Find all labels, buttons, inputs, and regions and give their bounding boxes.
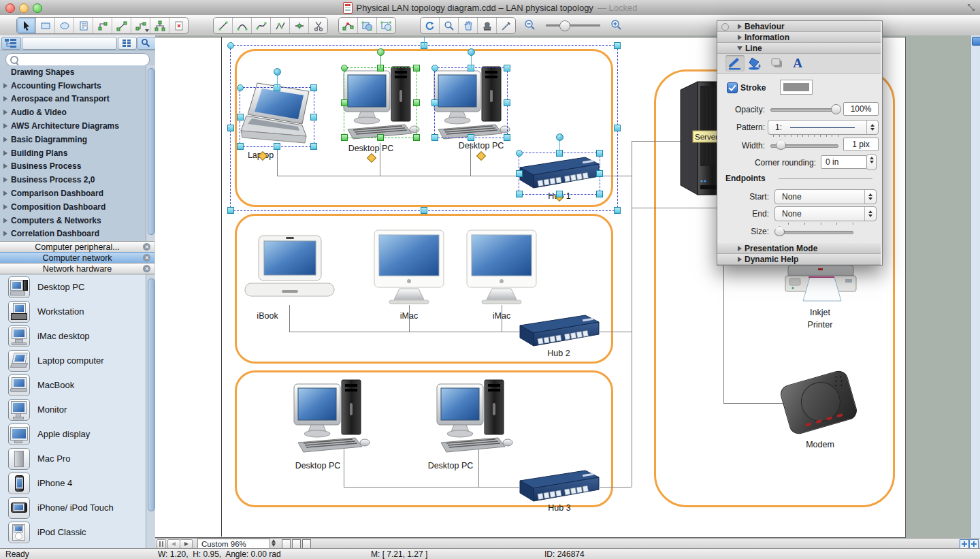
- opacity-slider-thumb[interactable]: [831, 104, 841, 114]
- hub-selection-box[interactable]: [519, 153, 600, 195]
- selection-handle[interactable]: [237, 84, 244, 91]
- tab-computer-peripheral[interactable]: Computer peripheral...: [0, 241, 154, 253]
- connector-line[interactable]: [632, 141, 682, 142]
- expand-arrow-icon[interactable]: [3, 191, 7, 196]
- selection-handle[interactable]: [227, 125, 234, 131]
- node-label[interactable]: iMac: [464, 311, 539, 321]
- scissors-tool[interactable]: [309, 18, 327, 33]
- scroll-button-icon[interactable]: [972, 37, 980, 46]
- section-line[interactable]: Line: [717, 43, 881, 54]
- node-label[interactable]: Modem: [783, 440, 858, 449]
- shape-item-iphone-4[interactable]: iPhone 4: [0, 470, 155, 495]
- node-label[interactable]: iBook: [230, 311, 305, 321]
- selection-handle[interactable]: [431, 99, 438, 106]
- shape-item-apple-display[interactable]: Apple display: [0, 421, 155, 446]
- close-tab-icon[interactable]: [143, 254, 150, 261]
- select-tool[interactable]: [17, 18, 36, 33]
- polyline-tool[interactable]: [271, 18, 290, 33]
- smart-connector-tool[interactable]: [131, 18, 150, 33]
- zoom-out-icon[interactable]: [524, 19, 536, 31]
- expand-arrow-icon[interactable]: [3, 204, 7, 210]
- library-item[interactable]: Correlation Dashboard: [0, 227, 155, 241]
- node-label[interactable]: iMac: [372, 311, 446, 321]
- library-item[interactable]: Computers & Networks: [0, 214, 155, 227]
- shape-item-laptop-computer[interactable]: Laptop computer: [0, 348, 155, 372]
- next-page-button[interactable]: [180, 539, 193, 549]
- library-scrollbar[interactable]: [146, 65, 155, 241]
- rotation-handle[interactable]: [556, 133, 564, 141]
- shape-item-monitor[interactable]: Monitor: [0, 397, 155, 421]
- page-overview-icon[interactable]: [969, 539, 979, 549]
- section-information[interactable]: Information: [717, 32, 881, 43]
- collapsed-arrow-icon[interactable]: [738, 246, 742, 251]
- connector-menu-caret[interactable]: [145, 29, 149, 32]
- expand-arrow-icon[interactable]: [3, 231, 7, 236]
- close-tab-icon[interactable]: [143, 243, 150, 251]
- width-slider-thumb[interactable]: [776, 140, 786, 150]
- zoom-tool[interactable]: [440, 18, 459, 33]
- fill-format-tab[interactable]: [746, 55, 765, 71]
- expand-arrow-icon[interactable]: [3, 110, 7, 115]
- selection-handle[interactable]: [596, 191, 603, 197]
- width-value-field[interactable]: 1 pix: [843, 138, 879, 151]
- hub-shape[interactable]: [517, 467, 600, 507]
- rotation-handle[interactable]: [274, 68, 281, 76]
- library-search-field[interactable]: [5, 53, 150, 66]
- selection-handle[interactable]: [556, 191, 563, 197]
- expand-arrow-icon[interactable]: [3, 177, 7, 182]
- zoom-slider-thumb[interactable]: [559, 20, 570, 31]
- stroke-color-well[interactable]: [780, 80, 813, 95]
- expand-arrow-icon[interactable]: [3, 163, 7, 169]
- selection-handle[interactable]: [310, 84, 317, 91]
- selection-handle[interactable]: [413, 134, 420, 141]
- selection-handle[interactable]: [341, 134, 348, 141]
- connector-tool[interactable]: [93, 18, 112, 33]
- line-tool[interactable]: [214, 18, 233, 33]
- selection-handle[interactable]: [274, 143, 280, 150]
- splitter-handle[interactable]: [157, 539, 166, 549]
- rotation-handle[interactable]: [377, 48, 385, 56]
- end-endpoint-dropdown[interactable]: None: [774, 206, 877, 221]
- shape-list-scrollbar-thumb[interactable]: [148, 278, 155, 511]
- rotate-tool[interactable]: [421, 18, 440, 33]
- stroke-checkbox[interactable]: [727, 82, 738, 93]
- library-item[interactable]: Basic Diagramming: [0, 133, 155, 146]
- prev-page-button[interactable]: [167, 539, 180, 549]
- expand-arrow-icon[interactable]: [3, 150, 7, 156]
- tab-network-hardware[interactable]: Network hardware: [0, 263, 154, 274]
- selection-handle[interactable]: [468, 134, 474, 141]
- pan-hand-tool[interactable]: [459, 18, 478, 33]
- collapsed-arrow-icon[interactable]: [738, 257, 742, 262]
- section-dynamic-help[interactable]: Dynamic Help: [717, 254, 881, 265]
- collapsed-arrow-icon[interactable]: [738, 35, 742, 40]
- library-item[interactable]: Aerospace and Transport: [0, 93, 155, 106]
- node-label[interactable]: Inkjet: [783, 308, 858, 317]
- add-node-tool[interactable]: [290, 18, 309, 33]
- bezier-tool[interactable]: [252, 18, 271, 33]
- modem-shape[interactable]: [776, 368, 864, 436]
- desktop-pc-shape[interactable]: [293, 376, 371, 456]
- selection-handle[interactable]: [310, 143, 317, 150]
- rotation-handle[interactable]: [468, 48, 475, 56]
- selection-handle[interactable]: [237, 143, 244, 150]
- stamp-tool[interactable]: [478, 18, 497, 33]
- selection-handle[interactable]: [431, 134, 438, 141]
- selection-handle[interactable]: [504, 99, 510, 106]
- expand-arrow-icon[interactable]: [3, 218, 7, 223]
- close-tab-icon[interactable]: [143, 265, 150, 272]
- section-behaviour[interactable]: Behaviour: [717, 21, 881, 32]
- page-tab-1[interactable]: [282, 539, 291, 549]
- tree-connector-tool[interactable]: [150, 18, 169, 33]
- desktop-pc-shape[interactable]: [436, 376, 514, 456]
- search-view-button[interactable]: [137, 37, 156, 50]
- library-item[interactable]: Business Process: [0, 160, 155, 174]
- edit-vertices-tool[interactable]: [339, 18, 358, 33]
- ibook-shape[interactable]: [244, 233, 336, 309]
- corner-stepper[interactable]: [866, 154, 877, 170]
- node-label[interactable]: Desktop PC: [413, 461, 488, 470]
- section-presentation-mode[interactable]: Presentation Mode: [717, 243, 881, 254]
- expanded-arrow-icon[interactable]: [737, 46, 742, 50]
- selection-handle[interactable]: [614, 125, 621, 131]
- selection-handle[interactable]: [413, 99, 420, 106]
- library-item[interactable]: Building Plans: [0, 146, 155, 160]
